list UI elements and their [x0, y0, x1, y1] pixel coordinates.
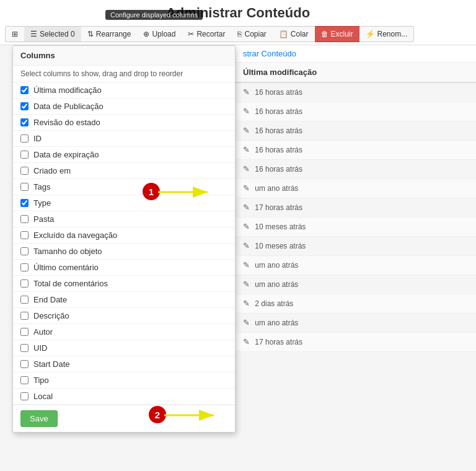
column-item[interactable]: Autor — [13, 324, 235, 340]
column-checkbox[interactable] — [20, 280, 29, 288]
edit-icon[interactable]: ✎ — [243, 318, 253, 328]
col-header-modification: Última modificação — [236, 63, 476, 82]
column-checkbox[interactable] — [20, 263, 29, 271]
column-item[interactable]: Descrição — [13, 308, 235, 324]
edit-icon[interactable]: ✎ — [243, 107, 253, 117]
column-label: Total de comentários — [33, 279, 108, 288]
column-label: ID — [33, 134, 42, 143]
toolbar: Configure displayed columns ⊞ ☰ Selected… — [0, 24, 476, 45]
table-row: ✎ 10 meses atrás — [236, 218, 476, 237]
copy-icon: ⎘ — [237, 30, 242, 38]
column-checkbox[interactable] — [20, 328, 29, 336]
column-item[interactable]: Excluído da navegação — [13, 227, 235, 244]
main-content: Columns Select columns to show, drag and… — [0, 45, 476, 460]
column-label: Data de Publicação — [33, 102, 104, 111]
grid-view-button[interactable]: ⊞ — [5, 26, 24, 42]
rearrange-button[interactable]: ⇅ Rearrange — [81, 26, 138, 42]
column-item[interactable]: Criado em — [13, 163, 235, 179]
columns-panel-subtitle: Select columns to show, drag and drop to… — [13, 66, 235, 82]
excluir-button[interactable]: 🗑 Excluir — [315, 26, 359, 42]
modification-time: 16 horas atrás — [253, 146, 302, 154]
column-label: Tipo — [33, 376, 49, 385]
edit-icon[interactable]: ✎ — [243, 280, 253, 289]
table-row: ✎ 16 horas atrás — [236, 82, 476, 102]
column-label: Autor — [33, 327, 53, 337]
column-checkbox[interactable] — [20, 183, 29, 191]
columns-panel-header: Columns — [13, 46, 235, 66]
modification-time: 16 horas atrás — [253, 126, 302, 135]
column-item[interactable]: Local — [13, 389, 235, 405]
columns-panel-footer: Save — [13, 405, 235, 432]
edit-icon[interactable]: ✎ — [243, 145, 253, 155]
column-item[interactable]: Último comentário — [13, 260, 235, 276]
modification-time: 17 horas atrás — [253, 203, 302, 212]
edit-icon[interactable]: ✎ — [243, 87, 253, 97]
modification-time: 2 dias atrás — [253, 299, 293, 308]
breadcrumb-link[interactable]: strar Conteúdo — [243, 49, 296, 58]
table-row: ✎ 16 horas atrás — [236, 102, 476, 121]
edit-icon[interactable]: ✎ — [243, 337, 253, 347]
column-item[interactable]: Start Date — [13, 356, 235, 372]
modification-time: 16 horas atrás — [253, 165, 302, 174]
column-checkbox[interactable] — [20, 247, 29, 255]
column-item[interactable]: Revisão do estado — [13, 115, 235, 131]
selected-icon: ☰ — [30, 30, 37, 38]
column-label: Local — [33, 392, 53, 401]
recortar-button[interactable]: ✂ Recortar — [182, 26, 231, 42]
column-checkbox[interactable] — [20, 344, 29, 352]
column-checkbox[interactable] — [20, 392, 29, 400]
column-checkbox[interactable] — [20, 167, 29, 175]
column-checkbox[interactable] — [20, 118, 29, 126]
column-label: Data de expiração — [33, 150, 99, 159]
save-button[interactable]: Save — [20, 410, 58, 427]
column-checkbox[interactable] — [20, 312, 29, 320]
column-checkbox[interactable] — [20, 231, 29, 239]
column-label: Tamanho do objeto — [33, 247, 102, 256]
edit-icon[interactable]: ✎ — [243, 222, 253, 232]
column-item[interactable]: Total de comentários — [13, 276, 235, 292]
modification-time: 16 horas atrás — [253, 107, 302, 116]
edit-icon[interactable]: ✎ — [243, 164, 253, 174]
column-item[interactable]: Tamanho do objeto — [13, 244, 235, 260]
column-item[interactable]: Type — [13, 195, 235, 211]
edit-icon[interactable]: ✎ — [243, 203, 253, 213]
column-checkbox[interactable] — [20, 199, 29, 207]
copiar-button[interactable]: ⎘ Copiar — [231, 26, 272, 42]
column-item[interactable]: Pasta — [13, 211, 235, 227]
column-checkbox[interactable] — [20, 376, 29, 384]
rearrange-icon: ⇅ — [87, 30, 94, 38]
column-checkbox[interactable] — [20, 134, 29, 143]
table-row: ✎ um ano atrás — [236, 314, 476, 333]
edit-icon[interactable]: ✎ — [243, 299, 253, 309]
column-checkbox[interactable] — [20, 296, 29, 304]
table-row: ✎ um ano atrás — [236, 179, 476, 198]
column-item[interactable]: UID — [13, 340, 235, 356]
edit-icon[interactable]: ✎ — [243, 241, 253, 251]
colar-button[interactable]: 📋 Colar — [273, 26, 315, 42]
column-checkbox[interactable] — [20, 215, 29, 223]
upload-button[interactable]: ⊕ Upload — [137, 26, 182, 42]
toolbar-group-main: ⊞ ☰ Selected 0 ⇅ Rearrange ⊕ Upload ✂ Re… — [5, 26, 414, 42]
column-item[interactable]: Data de expiração — [13, 147, 235, 163]
column-item[interactable]: Última modificação — [13, 82, 235, 99]
renomear-button[interactable]: ⚡ Renom... — [359, 26, 415, 42]
modification-time: 10 meses atrás — [253, 242, 306, 250]
selected-button[interactable]: ☰ Selected 0 — [24, 26, 81, 42]
column-item[interactable]: Tipo — [13, 372, 235, 389]
column-checkbox[interactable] — [20, 102, 29, 110]
edit-icon[interactable]: ✎ — [243, 183, 253, 193]
column-label: Pasta — [33, 214, 54, 224]
table-row: ✎ 16 horas atrás — [236, 141, 476, 160]
column-item[interactable]: ID — [13, 131, 235, 147]
column-item[interactable]: Tags — [13, 179, 235, 195]
column-checkbox[interactable] — [20, 86, 29, 94]
column-checkbox[interactable] — [20, 151, 29, 159]
column-item[interactable]: End Date — [13, 292, 235, 308]
edit-icon[interactable]: ✎ — [243, 260, 253, 270]
table-row: ✎ 16 horas atrás — [236, 160, 476, 179]
column-checkbox[interactable] — [20, 360, 29, 368]
column-item[interactable]: Data de Publicação — [13, 99, 235, 115]
edit-icon[interactable]: ✎ — [243, 126, 253, 136]
table-row: ✎ 10 meses atrás — [236, 237, 476, 256]
column-label: Excluído da navegação — [33, 231, 117, 240]
